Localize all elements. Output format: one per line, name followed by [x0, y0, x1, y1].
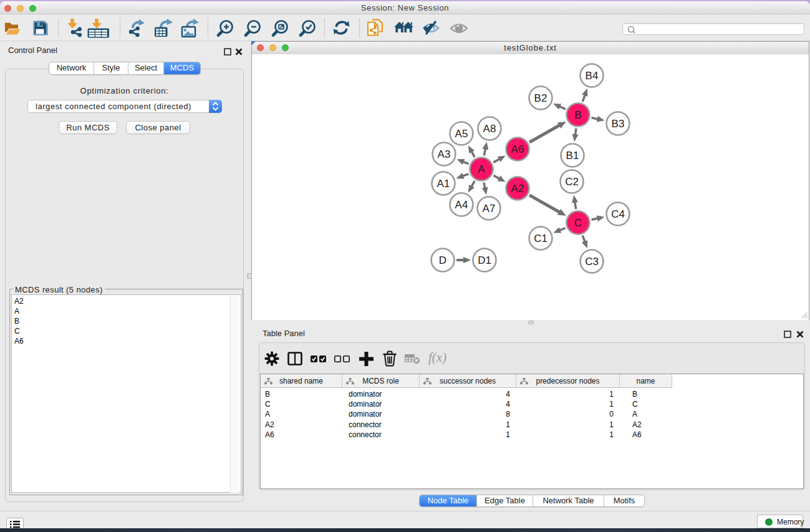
svg-text:A7: A7	[483, 203, 496, 215]
svg-text:B3: B3	[612, 118, 625, 130]
svg-text:B: B	[574, 109, 581, 121]
svg-text:C2: C2	[565, 176, 579, 188]
svg-text:A1: A1	[437, 178, 450, 190]
svg-text:B4: B4	[586, 70, 599, 82]
svg-text:D: D	[439, 254, 446, 266]
svg-text:C4: C4	[611, 208, 625, 220]
svg-text:A: A	[478, 163, 485, 175]
svg-text:A2: A2	[511, 183, 524, 195]
svg-text:A3: A3	[438, 148, 451, 160]
svg-text:C3: C3	[585, 256, 599, 268]
svg-text:A6: A6	[511, 143, 524, 155]
svg-text:A4: A4	[455, 199, 468, 211]
svg-text:A5: A5	[455, 128, 468, 140]
svg-text:A8: A8	[483, 123, 496, 135]
svg-text:C: C	[574, 217, 582, 229]
svg-text:B1: B1	[566, 150, 579, 162]
svg-text:B2: B2	[534, 92, 547, 104]
svg-text:C1: C1	[534, 233, 547, 244]
svg-text:D1: D1	[478, 254, 491, 266]
